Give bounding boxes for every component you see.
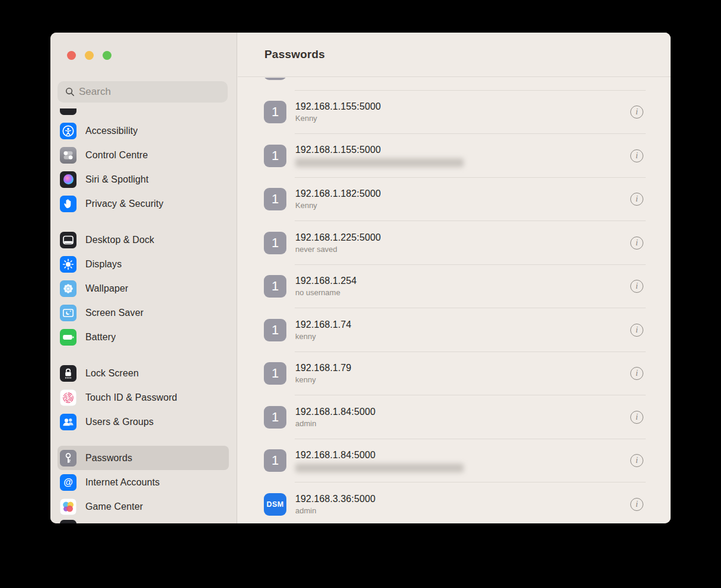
info-button[interactable]: i bbox=[630, 193, 643, 206]
sidebar-item-game-center[interactable]: Game Center bbox=[58, 494, 229, 519]
wallet-icon bbox=[60, 520, 76, 523]
username: Kenny bbox=[295, 114, 381, 123]
sidebar-item-internet-accounts[interactable]: @ Internet Accounts bbox=[58, 470, 229, 494]
username: admin bbox=[295, 419, 375, 429]
sidebar-item-label: Accessibility bbox=[85, 126, 138, 136]
password-row[interactable]: 1 192.168.1.155:5000 Kenny i bbox=[238, 91, 671, 135]
password-row[interactable]: 1 192.168.1.84:5000 admin i bbox=[238, 395, 671, 439]
control-centre-icon bbox=[60, 147, 76, 164]
info-icon: i bbox=[636, 500, 638, 508]
password-row-partial[interactable] bbox=[238, 78, 671, 91]
password-row[interactable]: 1 192.168.1.254 no username i bbox=[238, 265, 671, 309]
info-button[interactable]: i bbox=[630, 280, 643, 293]
close-button[interactable] bbox=[67, 51, 76, 60]
info-button[interactable]: i bbox=[630, 149, 643, 162]
account-icon: 1 bbox=[264, 449, 286, 472]
username: never saved bbox=[295, 245, 381, 254]
internet-accounts-icon: @ bbox=[60, 474, 76, 491]
lock-screen-icon bbox=[60, 365, 76, 382]
sidebar-item-label: Touch ID & Password bbox=[85, 392, 177, 403]
redacted-username bbox=[295, 158, 464, 167]
site-title: 192.168.1.84:5000 bbox=[295, 406, 375, 418]
site-title: 192.168.1.225:5000 bbox=[295, 232, 381, 244]
search-icon bbox=[65, 87, 75, 97]
sidebar-item-battery[interactable]: Battery bbox=[58, 325, 229, 349]
account-icon: 1 bbox=[264, 232, 286, 254]
sidebar-item-partial-bottom[interactable] bbox=[58, 519, 229, 523]
sidebar-item-label: Screen Saver bbox=[85, 308, 143, 318]
sidebar-item-passwords[interactable]: Passwords bbox=[58, 446, 229, 470]
username: no username bbox=[295, 288, 357, 298]
battery-icon bbox=[60, 329, 76, 346]
info-button[interactable]: i bbox=[630, 454, 643, 467]
password-row[interactable]: 1 192.168.1.225:5000 never saved i bbox=[238, 221, 671, 265]
username: Kenny bbox=[295, 201, 381, 210]
password-row[interactable]: 1 192.168.1.155:5000 i bbox=[238, 134, 671, 178]
appearance-icon bbox=[60, 108, 76, 115]
sidebar-item-label: Lock Screen bbox=[85, 368, 139, 379]
page-title: Passwords bbox=[264, 48, 325, 61]
site-title: 192.168.1.84:5000 bbox=[295, 449, 464, 461]
game-center-icon bbox=[60, 498, 76, 515]
site-title: 192.168.1.155:5000 bbox=[295, 144, 464, 156]
sidebar-item-label: Siri & Spotlight bbox=[85, 174, 149, 185]
traffic-lights bbox=[67, 51, 111, 60]
sidebar-item-privacy-security[interactable]: Privacy & Security bbox=[58, 191, 229, 216]
sidebar-item-partial-top[interactable] bbox=[58, 108, 229, 119]
sidebar: Accessibility Control Centre bbox=[50, 33, 237, 523]
passwords-scroll-area[interactable]: 1 192.168.1.155:5000 Kenny i 1 192.168.1… bbox=[238, 78, 671, 523]
zoom-button[interactable] bbox=[103, 51, 111, 60]
sidebar-item-label: Battery bbox=[85, 332, 116, 343]
dsm-icon: DSM bbox=[264, 493, 286, 516]
info-button[interactable]: i bbox=[630, 324, 643, 337]
info-button[interactable]: i bbox=[630, 498, 643, 511]
search-input[interactable] bbox=[79, 86, 222, 98]
sidebar-item-label: Control Centre bbox=[85, 150, 148, 161]
displays-icon bbox=[60, 256, 76, 273]
account-icon: 1 bbox=[264, 362, 286, 385]
screen-saver-icon bbox=[60, 305, 76, 321]
username: kenny bbox=[295, 332, 352, 341]
sidebar-item-desktop-dock[interactable]: Desktop & Dock bbox=[58, 228, 229, 252]
passwords-key-icon bbox=[60, 450, 76, 466]
search-field[interactable] bbox=[58, 81, 228, 103]
sidebar-item-label: Privacy & Security bbox=[85, 199, 164, 209]
system-settings-window: Accessibility Control Centre bbox=[50, 33, 671, 523]
sidebar-item-label: Wallpaper bbox=[85, 283, 128, 294]
accessibility-icon bbox=[60, 123, 76, 139]
account-icon: 1 bbox=[264, 101, 286, 123]
password-row[interactable]: DSM 192.168.3.36:5000 admin i bbox=[238, 482, 671, 523]
sidebar-item-displays[interactable]: Displays bbox=[58, 252, 229, 276]
info-button[interactable]: i bbox=[630, 237, 643, 250]
minimize-button[interactable] bbox=[85, 51, 94, 60]
info-button[interactable]: i bbox=[630, 411, 643, 424]
sidebar-item-lock-screen[interactable]: Lock Screen bbox=[58, 361, 229, 385]
info-icon: i bbox=[636, 238, 638, 247]
account-icon: 1 bbox=[264, 275, 286, 298]
info-icon: i bbox=[636, 282, 638, 290]
sidebar-item-label: Users & Groups bbox=[85, 417, 154, 427]
password-row[interactable]: 1 192.168.1.84:5000 i bbox=[238, 439, 671, 483]
sidebar-item-siri-spotlight[interactable]: Siri & Spotlight bbox=[58, 167, 229, 191]
password-row[interactable]: 1 192.168.1.182:5000 Kenny i bbox=[238, 178, 671, 222]
password-row[interactable]: 1 192.168.1.74 kenny i bbox=[238, 308, 671, 352]
info-button[interactable]: i bbox=[630, 106, 643, 119]
info-icon: i bbox=[636, 151, 638, 159]
sidebar-item-touch-id[interactable]: Touch ID & Password bbox=[58, 385, 229, 410]
sidebar-item-users-groups[interactable]: Users & Groups bbox=[58, 410, 229, 434]
sidebar-item-screen-saver[interactable]: Screen Saver bbox=[58, 301, 229, 325]
password-row[interactable]: 1 192.168.1.79 kenny i bbox=[238, 352, 671, 396]
sidebar-item-control-centre[interactable]: Control Centre bbox=[58, 143, 229, 167]
sidebar-item-accessibility[interactable]: Accessibility bbox=[58, 119, 229, 143]
site-title: 192.168.1.155:5000 bbox=[295, 101, 381, 113]
info-icon: i bbox=[636, 369, 638, 378]
privacy-security-icon bbox=[60, 196, 76, 212]
sidebar-item-wallpaper[interactable]: Wallpaper bbox=[58, 276, 229, 301]
sidebar-scroll-area[interactable]: Accessibility Control Centre bbox=[50, 108, 236, 523]
site-title: 192.168.1.79 bbox=[295, 362, 352, 374]
info-icon: i bbox=[636, 325, 638, 334]
site-title: 192.168.3.36:5000 bbox=[295, 493, 375, 505]
users-groups-icon bbox=[60, 414, 76, 430]
sidebar-item-label: Passwords bbox=[85, 453, 132, 464]
info-button[interactable]: i bbox=[630, 367, 643, 380]
